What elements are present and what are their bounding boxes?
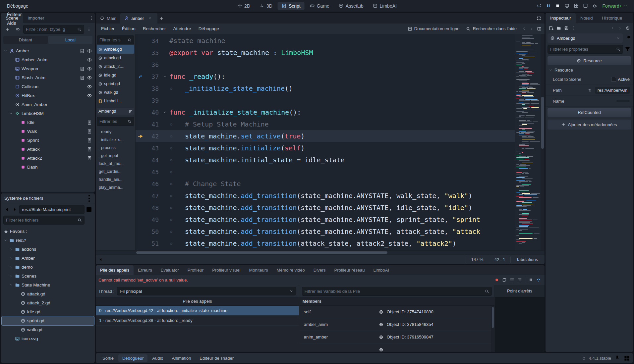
thread-select[interactable]: Fil principal xyxy=(117,287,296,295)
resource-picker[interactable]: Amber.gd xyxy=(548,33,623,43)
tree-item-Amber[interactable]: Amber xyxy=(2,254,94,263)
properties-filter-input[interactable] xyxy=(550,47,614,52)
code-line-43[interactable]: 43»state_machine.initialize(self) xyxy=(136,142,515,154)
path-bar[interactable] xyxy=(19,205,85,214)
script-item-attack_2....[interactable]: attack_2.... xyxy=(97,62,134,71)
tree-item-State_Machine[interactable]: State Machine xyxy=(2,281,94,289)
extra-tools-button[interactable] xyxy=(624,35,631,42)
bottom-panel-Animation[interactable]: Animation xyxy=(168,354,195,362)
filesystem-filter[interactable] xyxy=(3,216,85,225)
workspace-script[interactable]: Script xyxy=(278,2,305,10)
toggle-scripts-panel-button[interactable] xyxy=(536,25,543,32)
step-over-button[interactable] xyxy=(516,277,523,284)
scrollbar-thumb[interactable] xyxy=(541,97,544,149)
code-line-37[interactable]: 37func _ready(): xyxy=(136,71,515,82)
function-item-look_at_mo...[interactable]: look_at_mo... xyxy=(97,160,134,168)
tree-item-Walk[interactable]: Walk xyxy=(2,127,94,136)
tree-item-Scenes[interactable]: Scenes xyxy=(2,272,94,281)
code-line-42[interactable]: 42»state_machine.set_active(true) xyxy=(136,130,515,142)
online-docs-link[interactable]: Documentation en ligne xyxy=(405,25,463,32)
line-number[interactable]: 41 xyxy=(145,121,160,128)
bottom-panel-Sortie[interactable]: Sortie xyxy=(98,354,118,362)
line-number[interactable]: 38 xyxy=(145,85,160,92)
tree-item-res___[interactable]: res:// xyxy=(2,236,94,245)
continue-button[interactable] xyxy=(535,277,542,284)
functions-filter-input[interactable] xyxy=(99,119,126,124)
filesystem-filter-input[interactable] xyxy=(6,218,76,223)
inspector-tab-Inspecteur[interactable]: Inspecteur xyxy=(546,13,576,23)
close-tab-button[interactable] xyxy=(146,15,153,22)
mode-local[interactable]: Local xyxy=(48,36,93,44)
debugger-tab-Erreurs[interactable]: Erreurs xyxy=(134,265,156,275)
focus-path-button[interactable] xyxy=(86,206,92,213)
function-item-play_anima...[interactable]: play_anima... xyxy=(97,183,134,191)
mode-distant[interactable]: Distant xyxy=(3,36,48,44)
current-script-bar[interactable]: Amber.gd xyxy=(97,108,134,115)
path-input[interactable] xyxy=(22,207,82,212)
line-number[interactable]: 34 xyxy=(145,37,160,44)
script-item-sprint.gd[interactable]: sprint.gd xyxy=(97,79,134,88)
line-number[interactable]: 49 xyxy=(145,216,160,223)
category-refcounted[interactable]: RefCounted xyxy=(548,108,631,117)
code-line-38[interactable]: 38»_initialize_state_machine() xyxy=(136,82,515,94)
break-button[interactable] xyxy=(527,277,534,284)
members-scrollbar[interactable] xyxy=(491,306,494,352)
attached-script-icon[interactable] xyxy=(79,47,86,54)
expand-arrow-icon[interactable] xyxy=(9,274,13,278)
visibility-eye-icon[interactable] xyxy=(86,83,93,90)
tree-item-HitBox[interactable]: HitBox xyxy=(2,91,94,100)
function-item-_process[interactable]: _process xyxy=(97,144,134,152)
tree-item-attack.gd[interactable]: attack.gd xyxy=(2,289,94,298)
code-line-51[interactable]: 51»state_machine.add_transition(attack_s… xyxy=(136,237,515,249)
script-menu-Fichier[interactable]: Fichier xyxy=(98,25,118,33)
checkbox-Local_to_Scene[interactable] xyxy=(611,77,616,82)
game-view-button[interactable] xyxy=(581,2,590,10)
script-menu-Atteindre[interactable]: Atteindre xyxy=(170,25,195,33)
expand-bottom-panel-button[interactable] xyxy=(623,355,630,362)
tree-item-addons[interactable]: addons xyxy=(2,245,94,254)
code-line-50[interactable]: 50»state_machine.add_transition(state_ma… xyxy=(136,226,515,237)
tree-item-Sprint[interactable]: Sprint xyxy=(2,136,94,145)
code-minimap[interactable] xyxy=(515,34,541,250)
stop-button[interactable] xyxy=(553,2,562,10)
tree-item-Attack[interactable]: Attack xyxy=(2,145,94,154)
step-into-button[interactable] xyxy=(508,277,515,284)
code-line-39[interactable]: 39 xyxy=(136,94,515,106)
code-line-34[interactable]: 34#state machine xyxy=(136,35,515,47)
revert-property-button[interactable] xyxy=(586,87,593,94)
script-menu-Rechercher[interactable]: Rechercher xyxy=(140,25,169,33)
visibility-eye-icon[interactable] xyxy=(86,56,93,63)
nav-back-button[interactable] xyxy=(3,206,10,213)
distraction-free-button[interactable] xyxy=(535,14,543,23)
object-history-button[interactable] xyxy=(624,25,631,31)
visibility-eye-icon[interactable] xyxy=(86,74,93,81)
tree-item-sprint.gd[interactable]: sprint.gd xyxy=(2,316,94,325)
vertical-scrollbar[interactable] xyxy=(541,34,545,250)
attached-script-icon[interactable] xyxy=(86,137,93,144)
function-item-handle_ani...[interactable]: handle_ani... xyxy=(97,176,134,183)
history-back-button[interactable] xyxy=(609,25,616,31)
menu-Projet[interactable]: Projet xyxy=(3,0,32,2)
load-resource-button[interactable] xyxy=(555,25,562,31)
script-item-walk.gd[interactable]: walk.gd xyxy=(97,88,134,97)
tree-item-Amber[interactable]: Amber xyxy=(2,46,94,55)
indent-mode[interactable]: Tabulations xyxy=(510,257,543,263)
debugger-tab-Profileur_r_seau[interactable]: Profileur réseau xyxy=(330,265,369,275)
member-row[interactable]: amber_animObject ID: 37815846354 xyxy=(299,318,494,331)
code-line-46[interactable]: 46»# Change State xyxy=(136,178,515,190)
line-number[interactable]: 45 xyxy=(145,169,160,176)
visibility-eye-icon[interactable] xyxy=(86,47,93,54)
workspace-assetlib[interactable]: AssetLib xyxy=(335,2,368,10)
line-number[interactable]: 47 xyxy=(145,192,160,199)
code-line-41[interactable]: 41»# Setup State Machine xyxy=(136,118,515,130)
history-forward-button[interactable] xyxy=(616,25,623,31)
debugger-tab-Moniteurs[interactable]: Moniteurs xyxy=(245,265,272,275)
line-number[interactable]: 36 xyxy=(145,61,160,68)
script-menu-Débogage[interactable]: Débogage xyxy=(195,25,222,33)
debugger-tab-Evaluator[interactable]: Evaluator xyxy=(156,265,183,275)
attached-script-icon[interactable] xyxy=(79,65,86,72)
scripts-filter-input[interactable] xyxy=(99,37,126,42)
category-resource[interactable]: Resource xyxy=(548,56,631,65)
scene-filter[interactable] xyxy=(23,25,84,34)
pause-button[interactable] xyxy=(544,2,552,10)
